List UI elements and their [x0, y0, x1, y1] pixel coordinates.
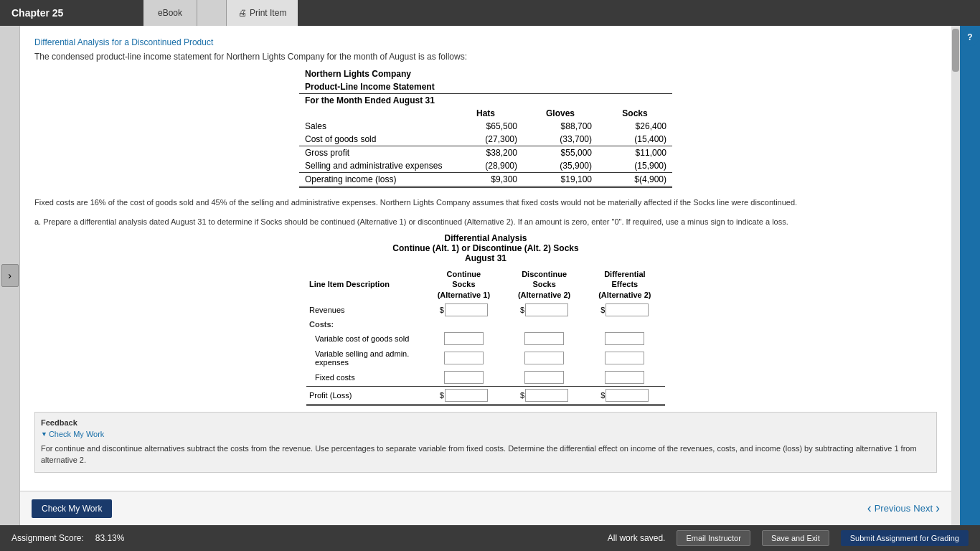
status-bar: Assignment Score: 83.13% All work saved.…	[0, 525, 980, 551]
table-row: Sales $65,500 $88,700 $26,400	[299, 120, 672, 133]
vcogs-label: Variable cost of goods sold	[306, 330, 423, 347]
dollar-sign: $	[600, 306, 605, 314]
fc-alt2-input[interactable]	[524, 371, 564, 384]
revenues-alt1-input[interactable]	[445, 303, 488, 316]
socks-gross: $11,000	[598, 146, 672, 160]
pl-alt2-input[interactable]	[525, 389, 568, 402]
fc-alt2-cell	[504, 369, 584, 387]
help-icon[interactable]: ?	[961, 29, 979, 46]
scroll-area: Differential Analysis for a Discontinued…	[20, 26, 951, 491]
dollar-sign: $	[440, 391, 444, 400]
diff-col-effects: DifferentialEffects(Alternative 2)	[585, 268, 665, 301]
vsga-diff-cell	[585, 347, 665, 369]
revenues-alt1-cell: $	[423, 301, 504, 319]
check-my-work-button[interactable]: Check My Work	[32, 499, 112, 518]
dollar-sign: $	[600, 391, 605, 400]
socks-oi: $(4,900)	[598, 173, 672, 187]
diff-col-alt1: ContinueSocks(Alternative 1)	[423, 268, 504, 301]
feedback-section: Feedback Check My Work For continue and …	[34, 412, 937, 473]
vcogs-alt1-input[interactable]	[444, 332, 484, 345]
fixed-costs-row: Fixed costs	[306, 369, 665, 387]
tab-empty[interactable]	[197, 0, 227, 26]
revenues-diff-input[interactable]	[606, 303, 649, 316]
statement-period: For the Month Ended August 31	[299, 94, 672, 108]
tab-ebook[interactable]: eBook	[143, 0, 197, 26]
submit-assignment-button[interactable]: Submit Assignment for Grading	[841, 530, 969, 546]
pl-diff-cell: $	[585, 386, 665, 405]
tab-print[interactable]: 🖨 Print Item	[227, 0, 298, 26]
row-label: Operating income (loss)	[299, 173, 448, 187]
vsga-diff-input[interactable]	[605, 352, 644, 364]
next-button[interactable]: Next	[913, 503, 933, 514]
gloves-oi: $19,100	[523, 173, 598, 187]
right-sidebar: ?	[960, 26, 980, 525]
vcogs-alt1-cell	[423, 330, 504, 347]
revenues-alt2-input[interactable]	[525, 303, 568, 316]
table-row: Operating income (loss) $9,300 $19,100 $…	[299, 173, 672, 187]
profit-loss-label: Profit (Loss)	[306, 386, 423, 405]
vcogs-diff-cell	[585, 330, 665, 347]
section-title: Differential Analysis for a Discontinued…	[34, 37, 937, 47]
row-label: Sales	[299, 120, 448, 133]
question-a: a. Prepare a differential analysis dated…	[34, 216, 937, 228]
left-panel-toggle: ›	[0, 26, 20, 525]
row-label: Gross profit	[299, 146, 448, 160]
diff-col-alt2: DiscontinueSocks(Alternative 2)	[504, 268, 584, 301]
fc-alt1-cell	[423, 369, 504, 387]
check-my-work-link[interactable]: Check My Work	[41, 430, 930, 438]
scroll-track[interactable]	[951, 26, 960, 525]
fixed-costs-label: Fixed costs	[306, 369, 423, 387]
col-socks: Socks	[598, 107, 672, 120]
email-instructor-button[interactable]: Email Instructor	[677, 530, 750, 546]
all-work-saved: All work saved.	[608, 533, 666, 543]
col-gloves: Gloves	[523, 107, 598, 120]
hats-cogs: (27,300)	[448, 133, 523, 146]
fc-alt1-input[interactable]	[444, 371, 484, 384]
socks-cogs: (15,400)	[598, 133, 672, 146]
table-row: Gross profit $38,200 $55,000 $11,000	[299, 146, 672, 160]
socks-sales: $26,400	[598, 120, 672, 133]
assignment-score-value: 83.13%	[95, 533, 125, 543]
vsga-alt1-cell	[423, 347, 504, 369]
gloves-gross: $55,000	[523, 146, 598, 160]
print-icon: 🖨	[238, 8, 247, 18]
next-arrow-icon: ›	[936, 501, 940, 516]
diff-analysis-section: Differential Analysis Continue (Alt. 1) …	[34, 233, 937, 406]
gloves-cogs: (33,700)	[523, 133, 598, 146]
costs-label: Costs:	[306, 319, 665, 330]
row-label: Cost of goods sold	[299, 133, 448, 146]
diff-analysis-table: Line Item Description ContinueSocks(Alte…	[306, 268, 665, 406]
dollar-sign: $	[520, 391, 524, 400]
previous-button[interactable]: Previous	[875, 503, 911, 514]
vcogs-alt2-cell	[504, 330, 584, 347]
col-hats: Hats	[448, 107, 523, 120]
revenues-row: Revenues $ $	[306, 301, 665, 319]
fc-diff-input[interactable]	[605, 371, 644, 384]
vcogs-diff-input[interactable]	[605, 332, 644, 345]
statement-title: Product-Line Income Statement	[299, 80, 672, 94]
gloves-sales: $88,700	[523, 120, 598, 133]
profit-loss-row: Profit (Loss) $ $	[306, 386, 665, 405]
hats-gross: $38,200	[448, 146, 523, 160]
vcogs-alt2-input[interactable]	[524, 332, 564, 345]
revenues-alt2-cell: $	[504, 301, 584, 319]
fixed-costs-note: Fixed costs are 16% of the cost of goods…	[34, 197, 937, 209]
toggle-button[interactable]: ›	[1, 264, 19, 287]
dollar-sign: $	[520, 306, 524, 314]
diff-title: Differential Analysis	[34, 233, 937, 243]
vcogs-row: Variable cost of goods sold	[306, 330, 665, 347]
vsga-alt1-input[interactable]	[444, 352, 484, 364]
bottom-nav: Check My Work ‹ Previous Next ›	[20, 491, 951, 525]
feedback-body: For continue and discontinue alternative…	[41, 443, 930, 466]
income-statement-table: Northern Lights Company Product-Line Inc…	[299, 67, 672, 188]
socks-sga: (15,900)	[598, 159, 672, 173]
pl-alt1-cell: $	[423, 386, 504, 405]
scroll-thumb[interactable]	[952, 29, 959, 72]
feedback-title: Feedback	[41, 418, 930, 427]
pl-alt1-input[interactable]	[445, 389, 488, 402]
pl-diff-input[interactable]	[606, 389, 649, 402]
save-and-exit-button[interactable]: Save and Exit	[762, 530, 829, 546]
main-content: Differential Analysis for a Discontinued…	[20, 26, 951, 525]
vsga-alt2-input[interactable]	[524, 352, 564, 364]
dollar-sign: $	[440, 306, 444, 314]
